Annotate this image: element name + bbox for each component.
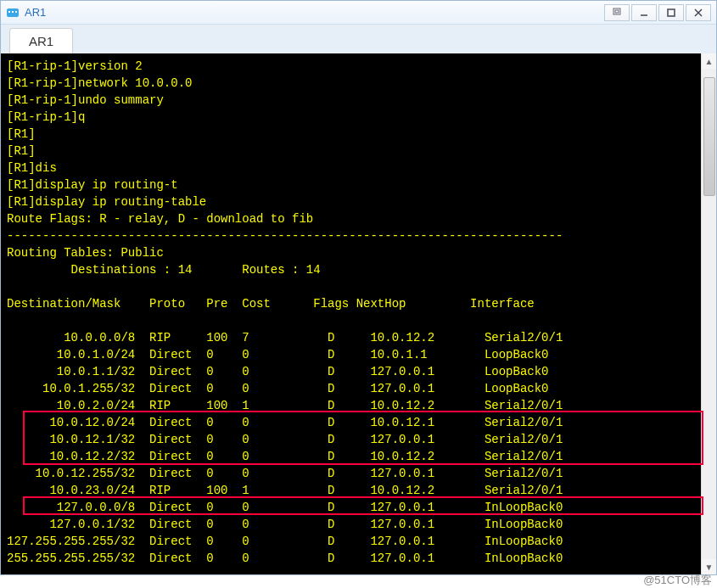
- close-icon: [693, 8, 703, 18]
- svg-rect-1: [8, 11, 10, 13]
- minimize-button[interactable]: [631, 4, 657, 21]
- app-icon: [6, 6, 20, 20]
- scrollbar[interactable]: ▲ ▼: [701, 53, 716, 574]
- scroll-up-button[interactable]: ▲: [702, 53, 716, 69]
- app-window: AR1 AR1 [R1-rip-1]version 2 [R1-rip-1]ne…: [0, 0, 717, 575]
- svg-rect-7: [668, 9, 675, 16]
- window-controls: [602, 4, 711, 21]
- chevron-up-icon: ▲: [705, 57, 714, 66]
- minimize-icon: [639, 8, 649, 18]
- svg-rect-4: [613, 8, 620, 14]
- pin-button[interactable]: [604, 4, 630, 21]
- svg-rect-2: [12, 11, 14, 13]
- svg-rect-5: [615, 10, 619, 13]
- close-button[interactable]: [686, 4, 711, 21]
- terminal-area[interactable]: [R1-rip-1]version 2 [R1-rip-1]network 10…: [1, 53, 716, 574]
- watermark: @51CTO博客: [643, 573, 712, 588]
- window-title: AR1: [25, 6, 602, 19]
- chevron-down-icon: ▼: [705, 563, 714, 572]
- tab-bar: AR1: [1, 25, 716, 53]
- titlebar[interactable]: AR1: [1, 1, 716, 25]
- tab-ar1[interactable]: AR1: [9, 28, 73, 53]
- terminal-output: [R1-rip-1]version 2 [R1-rip-1]network 10…: [3, 56, 714, 568]
- scroll-thumb[interactable]: [703, 77, 715, 196]
- maximize-button[interactable]: [658, 4, 684, 21]
- svg-rect-3: [15, 11, 17, 13]
- maximize-icon: [666, 8, 676, 18]
